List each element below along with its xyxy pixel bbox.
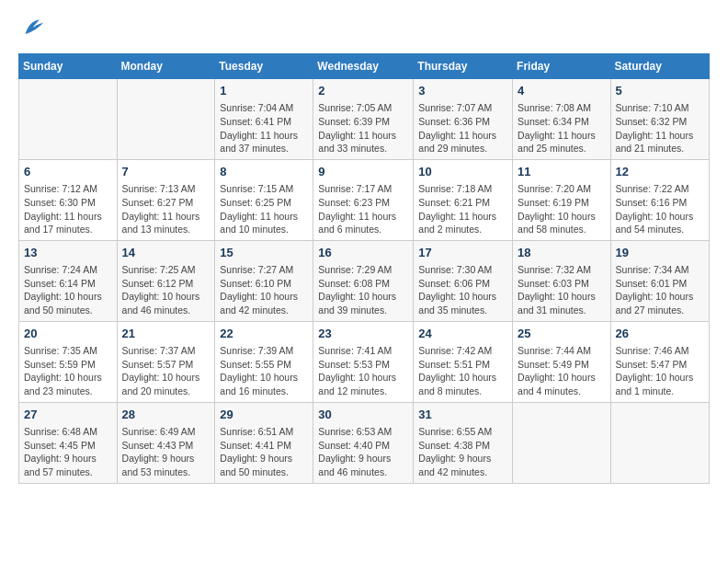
day-cell [610, 402, 709, 483]
calendar-table: SundayMondayTuesdayWednesdayThursdayFrid… [18, 53, 710, 484]
day-cell: 9Sunrise: 7:17 AM Sunset: 6:23 PM Daylig… [313, 159, 414, 240]
day-info: Sunrise: 7:34 AM Sunset: 6:01 PM Dayligh… [616, 263, 704, 317]
day-number: 21 [122, 326, 210, 342]
day-info: Sunrise: 7:05 AM Sunset: 6:39 PM Dayligh… [318, 101, 408, 155]
header-cell-wednesday: Wednesday [313, 54, 414, 79]
day-number: 10 [418, 164, 507, 180]
day-info: Sunrise: 7:37 AM Sunset: 5:57 PM Dayligh… [122, 344, 210, 398]
day-cell: 10Sunrise: 7:18 AM Sunset: 6:21 PM Dayli… [414, 159, 513, 240]
day-cell: 6Sunrise: 7:12 AM Sunset: 6:30 PM Daylig… [19, 159, 118, 240]
day-cell: 5Sunrise: 7:10 AM Sunset: 6:32 PM Daylig… [610, 79, 709, 160]
day-cell: 13Sunrise: 7:24 AM Sunset: 6:14 PM Dayli… [19, 240, 118, 321]
day-info: Sunrise: 7:24 AM Sunset: 6:14 PM Dayligh… [24, 263, 112, 317]
day-number: 28 [122, 407, 210, 423]
day-cell: 23Sunrise: 7:41 AM Sunset: 5:53 PM Dayli… [313, 321, 414, 402]
day-number: 8 [220, 164, 308, 180]
day-number: 1 [220, 83, 308, 99]
calendar-header: SundayMondayTuesdayWednesdayThursdayFrid… [19, 54, 710, 79]
day-cell: 20Sunrise: 7:35 AM Sunset: 5:59 PM Dayli… [19, 321, 118, 402]
day-number: 3 [418, 83, 507, 99]
day-info: Sunrise: 7:32 AM Sunset: 6:03 PM Dayligh… [518, 263, 606, 317]
day-cell: 14Sunrise: 7:25 AM Sunset: 6:12 PM Dayli… [117, 240, 215, 321]
calendar-body: 1Sunrise: 7:04 AM Sunset: 6:41 PM Daylig… [19, 79, 710, 484]
day-cell: 8Sunrise: 7:15 AM Sunset: 6:25 PM Daylig… [215, 159, 313, 240]
day-number: 26 [616, 326, 704, 342]
day-number: 6 [24, 164, 112, 180]
day-cell: 24Sunrise: 7:42 AM Sunset: 5:51 PM Dayli… [414, 321, 513, 402]
day-info: Sunrise: 7:04 AM Sunset: 6:41 PM Dayligh… [220, 101, 308, 155]
day-number: 18 [518, 245, 606, 261]
day-cell: 19Sunrise: 7:34 AM Sunset: 6:01 PM Dayli… [610, 240, 709, 321]
day-number: 29 [220, 407, 308, 423]
day-info: Sunrise: 7:07 AM Sunset: 6:36 PM Dayligh… [418, 101, 507, 155]
header-cell-thursday: Thursday [414, 54, 513, 79]
day-number: 11 [518, 164, 606, 180]
logo [18, 15, 46, 46]
day-cell: 22Sunrise: 7:39 AM Sunset: 5:55 PM Dayli… [215, 321, 313, 402]
week-row-5: 27Sunrise: 6:48 AM Sunset: 4:45 PM Dayli… [19, 402, 710, 483]
day-info: Sunrise: 7:41 AM Sunset: 5:53 PM Dayligh… [318, 344, 408, 398]
day-cell: 1Sunrise: 7:04 AM Sunset: 6:41 PM Daylig… [215, 79, 313, 160]
day-cell: 29Sunrise: 6:51 AM Sunset: 4:41 PM Dayli… [215, 402, 313, 483]
day-cell: 30Sunrise: 6:53 AM Sunset: 4:40 PM Dayli… [313, 402, 414, 483]
day-info: Sunrise: 6:51 AM Sunset: 4:41 PM Dayligh… [220, 425, 308, 479]
day-number: 17 [418, 245, 507, 261]
header-cell-sunday: Sunday [19, 54, 118, 79]
day-number: 16 [318, 245, 408, 261]
day-number: 22 [220, 326, 308, 342]
day-number: 9 [318, 164, 408, 180]
day-number: 4 [518, 83, 606, 99]
day-cell: 26Sunrise: 7:46 AM Sunset: 5:47 PM Dayli… [610, 321, 709, 402]
day-number: 2 [318, 83, 408, 99]
header-cell-friday: Friday [513, 54, 611, 79]
day-info: Sunrise: 7:44 AM Sunset: 5:49 PM Dayligh… [518, 344, 606, 398]
day-info: Sunrise: 7:46 AM Sunset: 5:47 PM Dayligh… [616, 344, 704, 398]
day-number: 27 [24, 407, 112, 423]
week-row-2: 6Sunrise: 7:12 AM Sunset: 6:30 PM Daylig… [19, 159, 710, 240]
week-row-1: 1Sunrise: 7:04 AM Sunset: 6:41 PM Daylig… [19, 79, 710, 160]
day-cell: 18Sunrise: 7:32 AM Sunset: 6:03 PM Dayli… [513, 240, 611, 321]
day-info: Sunrise: 7:08 AM Sunset: 6:34 PM Dayligh… [518, 101, 606, 155]
day-info: Sunrise: 6:53 AM Sunset: 4:40 PM Dayligh… [318, 425, 408, 479]
week-row-3: 13Sunrise: 7:24 AM Sunset: 6:14 PM Dayli… [19, 240, 710, 321]
header-cell-saturday: Saturday [610, 54, 709, 79]
day-number: 15 [220, 245, 308, 261]
day-number: 31 [418, 407, 507, 423]
day-info: Sunrise: 7:25 AM Sunset: 6:12 PM Dayligh… [122, 263, 210, 317]
day-cell: 31Sunrise: 6:55 AM Sunset: 4:38 PM Dayli… [414, 402, 513, 483]
day-info: Sunrise: 7:35 AM Sunset: 5:59 PM Dayligh… [24, 344, 112, 398]
day-cell [513, 402, 611, 483]
day-cell: 16Sunrise: 7:29 AM Sunset: 6:08 PM Dayli… [313, 240, 414, 321]
day-cell: 28Sunrise: 6:49 AM Sunset: 4:43 PM Dayli… [117, 402, 215, 483]
day-cell: 7Sunrise: 7:13 AM Sunset: 6:27 PM Daylig… [117, 159, 215, 240]
day-info: Sunrise: 7:12 AM Sunset: 6:30 PM Dayligh… [24, 182, 112, 236]
day-number: 14 [122, 245, 210, 261]
day-number: 23 [318, 326, 408, 342]
header-cell-tuesday: Tuesday [215, 54, 313, 79]
day-cell: 11Sunrise: 7:20 AM Sunset: 6:19 PM Dayli… [513, 159, 611, 240]
day-number: 20 [24, 326, 112, 342]
logo-bird-icon [20, 15, 46, 40]
day-info: Sunrise: 7:17 AM Sunset: 6:23 PM Dayligh… [318, 182, 408, 236]
day-cell: 2Sunrise: 7:05 AM Sunset: 6:39 PM Daylig… [313, 79, 414, 160]
day-cell: 4Sunrise: 7:08 AM Sunset: 6:34 PM Daylig… [513, 79, 611, 160]
day-cell: 17Sunrise: 7:30 AM Sunset: 6:06 PM Dayli… [414, 240, 513, 321]
day-info: Sunrise: 7:18 AM Sunset: 6:21 PM Dayligh… [418, 182, 507, 236]
day-info: Sunrise: 7:10 AM Sunset: 6:32 PM Dayligh… [616, 101, 704, 155]
day-info: Sunrise: 7:29 AM Sunset: 6:08 PM Dayligh… [318, 263, 408, 317]
day-cell: 3Sunrise: 7:07 AM Sunset: 6:36 PM Daylig… [414, 79, 513, 160]
day-info: Sunrise: 7:22 AM Sunset: 6:16 PM Dayligh… [616, 182, 704, 236]
day-info: Sunrise: 7:39 AM Sunset: 5:55 PM Dayligh… [220, 344, 308, 398]
day-info: Sunrise: 7:27 AM Sunset: 6:10 PM Dayligh… [220, 263, 308, 317]
day-number: 30 [318, 407, 408, 423]
day-cell [19, 79, 118, 160]
day-info: Sunrise: 6:55 AM Sunset: 4:38 PM Dayligh… [418, 425, 507, 479]
day-info: Sunrise: 6:49 AM Sunset: 4:43 PM Dayligh… [122, 425, 210, 479]
day-info: Sunrise: 7:20 AM Sunset: 6:19 PM Dayligh… [518, 182, 606, 236]
day-cell: 15Sunrise: 7:27 AM Sunset: 6:10 PM Dayli… [215, 240, 313, 321]
header-row: SundayMondayTuesdayWednesdayThursdayFrid… [19, 54, 710, 79]
day-info: Sunrise: 6:48 AM Sunset: 4:45 PM Dayligh… [24, 425, 112, 479]
day-number: 13 [24, 245, 112, 261]
header-cell-monday: Monday [117, 54, 215, 79]
day-cell: 25Sunrise: 7:44 AM Sunset: 5:49 PM Dayli… [513, 321, 611, 402]
